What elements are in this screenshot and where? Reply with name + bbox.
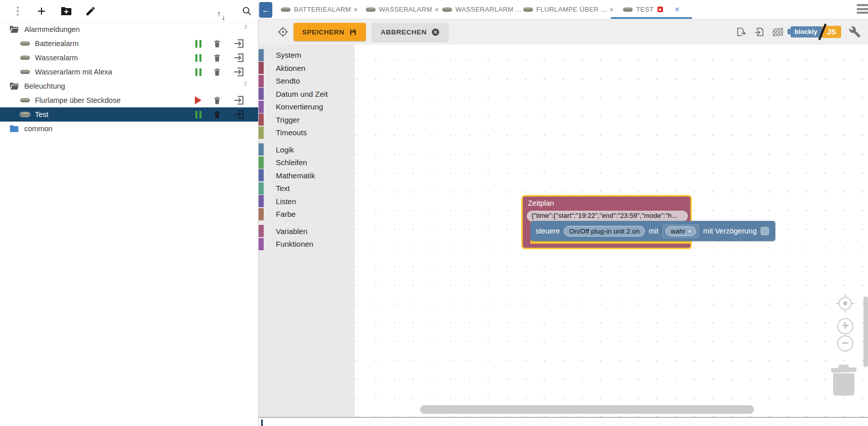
category-schleifen[interactable]: Schleifen bbox=[259, 156, 355, 169]
tree-script-wasseralarm[interactable]: Wasseralarm bbox=[0, 51, 258, 65]
category-mathematik[interactable]: Mathematik bbox=[259, 169, 355, 182]
tree-folder-beleuchtung[interactable]: Beleuchtung 2 bbox=[0, 79, 258, 93]
block-zeitplan-title: Zeitplan bbox=[523, 197, 690, 207]
add-folder-icon[interactable] bbox=[60, 5, 72, 17]
block-logic-boolean[interactable]: wahr ▾ bbox=[663, 224, 699, 238]
tab-label: FLURLAMPE ÜBER ... bbox=[536, 6, 607, 13]
category-system[interactable]: System bbox=[259, 49, 355, 62]
vertical-scrollbar[interactable] bbox=[863, 296, 868, 367]
tab-label: TEST bbox=[636, 6, 654, 13]
delete-script-icon[interactable] bbox=[212, 67, 222, 77]
close-active-tab-icon[interactable]: × bbox=[675, 5, 680, 15]
locate-block-icon[interactable] bbox=[277, 26, 289, 38]
resize-handle[interactable] bbox=[261, 419, 263, 426]
tab-wasseralarm[interactable]: WASSERALARM × bbox=[361, 0, 444, 19]
export-script-icon[interactable] bbox=[233, 66, 245, 78]
tree-folder-alarmmeldungen[interactable]: Alarmmeldungen 3 bbox=[0, 22, 258, 36]
collapse-panel-button[interactable]: ← bbox=[259, 2, 272, 18]
pause-script-icon[interactable] bbox=[195, 40, 202, 48]
script-label: Wasserarlarm mit Alexa bbox=[35, 68, 112, 76]
tab-batteriealarm[interactable]: BATTERIEALARM × bbox=[278, 0, 361, 19]
tab-wasserarlarm[interactable]: WASSERARLARM ... × bbox=[444, 0, 527, 19]
folder-open-icon bbox=[9, 81, 19, 91]
close-tab-icon[interactable]: × bbox=[435, 6, 439, 14]
blockly-badge: blockly bbox=[791, 26, 822, 37]
pause-script-icon[interactable] bbox=[195, 68, 202, 76]
delay-checkbox[interactable] bbox=[761, 227, 769, 235]
workspace-trash-icon[interactable] bbox=[830, 363, 858, 396]
horizontal-scrollbar[interactable] bbox=[420, 405, 754, 414]
save-button[interactable]: SPEICHERN bbox=[294, 23, 366, 41]
oid-field[interactable]: On/Off plug-in unit 2 on bbox=[564, 226, 644, 237]
tree-script-test[interactable]: Test bbox=[0, 107, 258, 122]
delete-script-icon[interactable] bbox=[212, 109, 222, 120]
export-script-icon[interactable] bbox=[233, 108, 245, 121]
cron-field[interactable]: {"time":{"start":"19:22","end":"23:59","… bbox=[527, 211, 688, 221]
start-script-icon[interactable] bbox=[195, 96, 201, 104]
category-logik[interactable]: Logik bbox=[259, 143, 355, 157]
tab-label: WASSERALARM bbox=[379, 6, 432, 13]
close-tab-icon[interactable]: × bbox=[354, 6, 358, 14]
script-icon bbox=[366, 8, 376, 12]
folder-label: Beleuchtung bbox=[24, 82, 65, 90]
category-trigger[interactable]: Trigger bbox=[259, 113, 355, 127]
tab-label: WASSERARLARM ... bbox=[456, 6, 522, 13]
cancel-icon bbox=[431, 28, 440, 36]
delete-script-icon[interactable] bbox=[212, 53, 222, 63]
script-label: Flurlampe über Steckdose bbox=[35, 96, 120, 104]
category-konvertierung[interactable]: Konvertierung bbox=[259, 100, 355, 113]
save-icon bbox=[349, 28, 357, 36]
zoom-out-icon[interactable]: − bbox=[837, 335, 853, 352]
category-funktionen[interactable]: Funktionen bbox=[259, 238, 355, 251]
script-icon bbox=[442, 8, 452, 12]
zoom-in-icon[interactable]: + bbox=[837, 318, 853, 334]
tab-flurlampe[interactable]: FLURLAMPE ÜBER ... × bbox=[527, 0, 610, 19]
pause-script-icon[interactable] bbox=[195, 111, 202, 119]
folder-open-icon bbox=[9, 24, 19, 34]
add-script-icon[interactable] bbox=[35, 5, 48, 17]
category-listen[interactable]: Listen bbox=[259, 195, 355, 208]
export-script-icon[interactable] bbox=[233, 94, 245, 106]
script-label: Batteriealarm bbox=[35, 40, 78, 48]
tab-label: BATTERIEALARM bbox=[294, 6, 351, 13]
tree-script-batteriealarm[interactable]: Batteriealarm bbox=[0, 36, 258, 51]
category-sendto[interactable]: Sendto bbox=[259, 74, 355, 88]
boolean-dropdown[interactable]: wahr ▾ bbox=[666, 226, 696, 236]
category-aktionen[interactable]: Aktionen bbox=[259, 62, 355, 75]
folder-label: common bbox=[24, 125, 53, 133]
category-text[interactable]: Text bbox=[259, 182, 355, 195]
delete-script-icon[interactable] bbox=[212, 95, 222, 105]
block-steuere[interactable]: steuere On/Off plug-in unit 2 on mit wah… bbox=[530, 221, 775, 241]
tree-folder-common[interactable]: common bbox=[0, 122, 258, 136]
delete-script-icon[interactable] bbox=[212, 38, 222, 49]
script-icon bbox=[623, 8, 633, 12]
chevron-down-icon: ▾ bbox=[688, 228, 691, 234]
zoom-reset-icon[interactable] bbox=[839, 297, 852, 310]
editor-panel: ← BATTERIEALARM × WASSERALARM × WASSERAR… bbox=[259, 0, 868, 426]
script-label: Wasseralarm bbox=[35, 54, 78, 62]
checkered-flag-icon[interactable] bbox=[773, 27, 783, 36]
category-datum-und-zeit[interactable]: Datum und Zeit bbox=[259, 88, 355, 101]
tree-script-flurlampe[interactable]: Flurlampe über Steckdose bbox=[0, 93, 258, 107]
sort-icon[interactable]: ↑↓ bbox=[217, 10, 228, 22]
cancel-button[interactable]: ABBRECHEN bbox=[372, 23, 448, 41]
with-label: mit bbox=[649, 227, 658, 235]
script-icon bbox=[523, 8, 533, 12]
hamburger-menu-icon[interactable] bbox=[857, 4, 868, 16]
blockly-js-toggle[interactable]: blockly JS bbox=[791, 23, 841, 41]
kebab-menu-icon[interactable] bbox=[17, 7, 19, 16]
rename-icon[interactable] bbox=[85, 6, 96, 17]
wrench-icon[interactable] bbox=[849, 26, 861, 38]
tree-script-wasserarlarm-mit-alexa[interactable]: Wasserarlarm mit Alexa bbox=[0, 65, 258, 79]
category-variablen[interactable]: Variablen bbox=[259, 225, 355, 238]
tab-bar: ← BATTERIEALARM × WASSERALARM × WASSERAR… bbox=[259, 0, 868, 19]
category-timeouts[interactable]: Timeouts bbox=[259, 126, 355, 139]
export-blocks-icon[interactable] bbox=[735, 26, 747, 37]
export-script-icon[interactable] bbox=[233, 37, 245, 50]
category-farbe[interactable]: Farbe bbox=[259, 208, 355, 221]
import-blocks-icon[interactable] bbox=[754, 26, 765, 37]
pause-script-icon[interactable] bbox=[195, 54, 202, 62]
tab-test[interactable]: TEST × bbox=[610, 0, 693, 19]
search-icon[interactable] bbox=[241, 6, 253, 17]
export-script-icon[interactable] bbox=[233, 52, 245, 64]
